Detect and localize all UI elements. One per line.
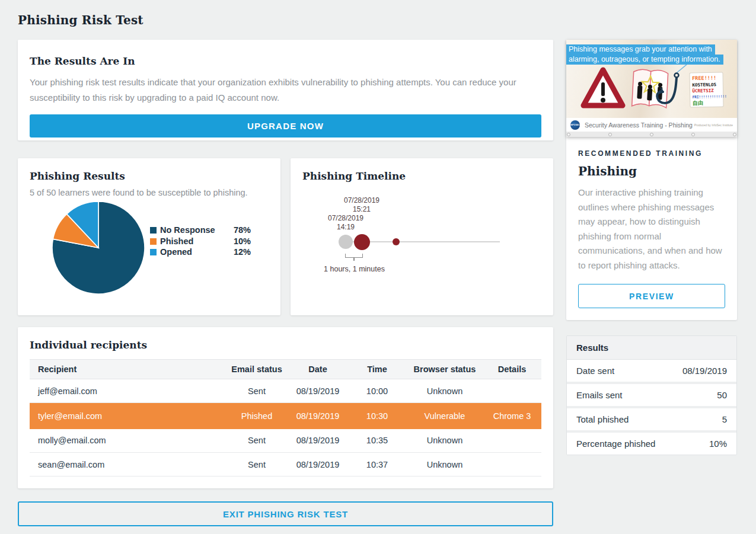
cell-recipient: sean@email.com (30, 453, 225, 477)
timeline-marker-sent[interactable] (339, 235, 353, 249)
cell-recipient: tyler@email.com (30, 403, 225, 429)
progress-dot (691, 133, 695, 136)
col-header-email-status: Email status (225, 360, 288, 379)
sign-line-fri: FRI!!!!!!!!!!!!! (693, 94, 727, 99)
summary-value: 50 (717, 390, 727, 400)
cell-browser-status: Vulnerable (407, 403, 483, 429)
table-header-row: Recipient Email status Date Time Browser… (30, 360, 541, 379)
timeline-marker-phished[interactable] (393, 238, 400, 245)
cell-details (483, 453, 541, 477)
timeline-time: 14:19 (321, 223, 371, 232)
table-row[interactable]: sean@email.com Sent 08/19/2019 10:37 Unk… (30, 453, 541, 477)
phishing-risk-test-page: Phishing Risk Test The Results Are In Yo… (0, 0, 756, 526)
cell-email-status: Phished (225, 403, 288, 429)
pie-legend: No Response 78% Phished 10% Opened (150, 225, 251, 258)
col-header-time: Time (347, 360, 407, 379)
video-caption-line2: alarming, outrageous, or tempting inform… (566, 55, 723, 65)
legend-value: 12% (234, 247, 251, 258)
legend-label: Opened (160, 247, 192, 258)
results-banner-card: The Results Are In Your phishing risk te… (18, 40, 553, 140)
legend-item-no-response: No Response 78% (150, 225, 251, 236)
upgrade-now-button[interactable]: UPGRADE NOW (30, 114, 541, 138)
cell-details (483, 429, 541, 453)
phishing-results-subtitle: 5 of 50 learners were found to be suscep… (30, 188, 269, 197)
cell-email-status: Sent (225, 379, 288, 403)
cell-date: 08/19/2019 (288, 453, 347, 477)
cell-time: 10:37 (347, 453, 407, 477)
cell-date: 08/19/2019 (288, 403, 347, 429)
summary-label: Emails sent (576, 390, 623, 400)
cell-browser-status: Unknown (407, 453, 483, 477)
cell-time: 10:00 (347, 379, 407, 403)
results-summary-panel: Results Date sent 08/19/2019 Emails sent… (566, 335, 737, 455)
cell-email-status: Sent (225, 453, 288, 477)
cell-details: Chrome 3 (483, 403, 541, 429)
timeline-label-opened: 07/28/2019 15:21 (337, 196, 387, 214)
results-summary-title: Results (567, 336, 736, 360)
phishing-timeline-title: Phishing Timeline (302, 170, 541, 182)
table-row-highlighted[interactable]: tyler@email.com Phished 08/19/2019 10:30… (30, 403, 541, 429)
timeline-date: 07/28/2019 (337, 196, 387, 205)
table-row[interactable]: jeff@email.com Sent 08/19/2019 10:00 Unk… (30, 379, 541, 403)
col-header-browser-status: Browser status (407, 360, 483, 379)
legend-item-opened: Opened 12% (150, 247, 251, 258)
fishing-line (677, 65, 687, 73)
phishing-results-title: Phishing Results (30, 170, 269, 182)
video-scene: FREE!!!! KOSTENLOS ÜCRETSIZ FRI!!!!!!!!!… (566, 65, 737, 119)
timeline-label-sent: 07/28/2019 14:19 (321, 214, 371, 232)
cell-time: 10:35 (347, 429, 407, 453)
cell-recipient: jeff@email.com (30, 379, 225, 403)
summary-row-date-sent: Date sent 08/19/2019 (567, 360, 736, 382)
cell-time: 10:30 (347, 403, 407, 429)
sign-line-kostenlos: KOSTENLOS (692, 82, 716, 88)
cell-date: 08/19/2019 (288, 429, 347, 453)
cell-browser-status: Unknown (407, 429, 483, 453)
summary-value: 08/19/2019 (682, 366, 727, 376)
legend-swatch-no-response (150, 227, 157, 234)
video-title: Security Awareness Training - Phishing (585, 121, 693, 129)
recommended-training-card: Phishing messages grab your attention wi… (566, 40, 737, 320)
recipients-table: Recipient Email status Date Time Browser… (30, 359, 541, 477)
col-header-recipient: Recipient (30, 360, 225, 379)
training-body: RECOMMENDED TRAINING Phishing Our intera… (566, 137, 737, 320)
cell-date: 08/19/2019 (288, 379, 347, 403)
free-sign: FREE!!!! KOSTENLOS ÜCRETSIZ FRI!!!!!!!!!… (690, 72, 727, 107)
table-row[interactable]: molly@email.com Sent 08/19/2019 10:35 Un… (30, 429, 541, 453)
cell-email-status: Sent (225, 429, 288, 453)
sidebar: Phishing messages grab your attention wi… (566, 40, 737, 526)
legend-label: Phished (160, 236, 193, 247)
phishing-results-pie (52, 201, 145, 295)
cell-recipient: molly@email.com (30, 429, 225, 453)
individual-recipients-card: Individual recipients Recipient Email st… (18, 327, 553, 488)
video-caption: Phishing messages grab your attention wi… (566, 44, 737, 65)
recommended-training-label: RECOMMENDED TRAINING (578, 149, 725, 158)
legend-swatch-opened (150, 249, 157, 255)
timeline-marker-opened[interactable] (354, 234, 370, 250)
summary-label: Total phished (576, 414, 629, 424)
exit-phishing-risk-test-button[interactable]: EXIT PHISHING RISK TEST (18, 501, 553, 526)
training-video-thumbnail[interactable]: Phishing messages grab your attention wi… (566, 40, 737, 137)
phishing-timeline-card: Phishing Timeline 07/28/2019 15:21 07/28… (291, 158, 553, 315)
cell-details (483, 379, 541, 403)
sign-line-free: FREE!!!! (692, 75, 716, 81)
timeline-duration-bracket (345, 254, 363, 258)
progress-dot (608, 133, 612, 136)
video-info-bar: INFOSEC Security Awareness Training - Ph… (566, 118, 737, 132)
preview-button[interactable]: PREVIEW (578, 284, 725, 308)
phishing-results-card: Phishing Results 5 of 50 learners were f… (18, 158, 280, 315)
col-header-date: Date (288, 360, 347, 379)
legend-value: 10% (234, 236, 251, 247)
progress-dot (567, 133, 570, 136)
cell-browser-status: Unknown (407, 379, 483, 403)
summary-row-percentage-phished: Percentage phished 10% (567, 430, 736, 455)
summary-value: 10% (709, 439, 727, 449)
timeline-duration-bracket-tick (353, 258, 355, 261)
video-caption-line1: Phishing messages grab your attention wi… (566, 44, 715, 55)
legend-value: 78% (234, 225, 251, 236)
banner-title: The Results Are In (30, 55, 541, 67)
legend-swatch-phished (150, 238, 157, 245)
video-progress-strip[interactable] (566, 132, 737, 137)
summary-row-total-phished: Total phished 5 (567, 406, 736, 430)
legend-item-phished: Phished 10% (150, 236, 251, 247)
timeline-duration-label: 1 hours, 1 minutes (311, 265, 397, 273)
